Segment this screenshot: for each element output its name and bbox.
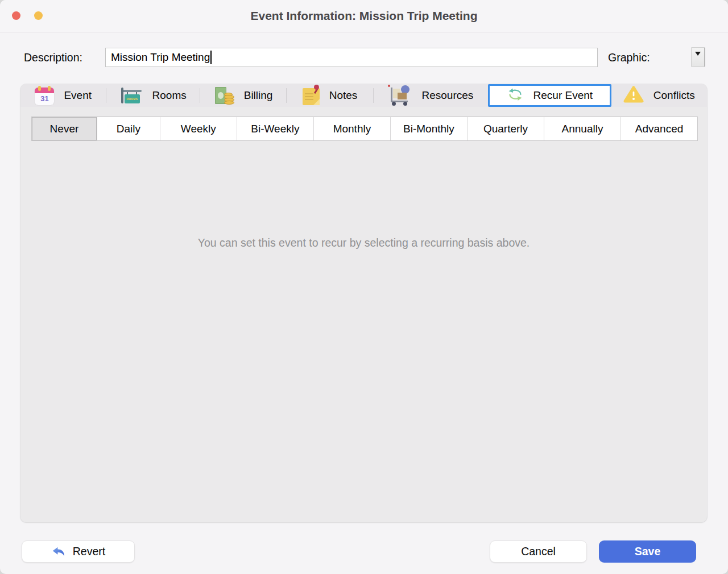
recurrence-tab-quarterly[interactable]: Quarterly [468, 117, 544, 140]
cancel-button[interactable]: Cancel [490, 540, 587, 563]
tab-rooms[interactable]: ROOMS Rooms [106, 84, 199, 107]
tab-conflicts[interactable]: Conflicts [611, 84, 707, 107]
tab-panel: 31 Event ROOMS Rooms Billing [20, 84, 707, 522]
rooms-sign-icon: ROOMS [120, 86, 143, 105]
text-caret [210, 51, 212, 64]
money-icon [214, 86, 234, 105]
description-label: Description: [24, 51, 82, 64]
sticky-note-icon [303, 88, 320, 105]
tab-label: Billing [244, 89, 273, 102]
revert-button[interactable]: Revert [22, 540, 135, 563]
recurrence-tab-bi-monthly[interactable]: Bi-Monthly [391, 117, 468, 140]
tab-event[interactable]: 31 Event [20, 84, 106, 107]
titlebar: Event Information: Mission Trip Meeting [0, 0, 728, 32]
save-label: Save [635, 545, 661, 558]
description-input[interactable]: Mission Trip Meeting [105, 48, 598, 67]
close-button[interactable] [12, 11, 20, 20]
description-value: Mission Trip Meeting [111, 51, 210, 64]
warning-icon [623, 85, 644, 106]
tab-notes[interactable]: Notes [287, 84, 373, 107]
window-title: Event Information: Mission Trip Meeting [0, 0, 728, 32]
tab-label: Notes [329, 89, 358, 102]
save-button[interactable]: Save [599, 540, 696, 563]
recurrence-tab-never[interactable]: Never [32, 117, 97, 140]
recurrence-tab-daily[interactable]: Daily [97, 117, 160, 140]
tab-billing[interactable]: Billing [200, 84, 286, 107]
tab-label: Resources [421, 89, 473, 102]
event-information-window: Event Information: Mission Trip Meeting … [0, 0, 728, 574]
tab-label: Event [64, 89, 92, 102]
recur-arrows-icon [507, 86, 524, 105]
recurrence-tab-weekly[interactable]: Weekly [160, 117, 237, 140]
tab-label: Rooms [152, 89, 187, 102]
recurrence-tab-bar: Never Daily Weekly Bi-Weekly Monthly Bi-… [31, 117, 698, 141]
tab-label: Recur Event [533, 89, 593, 102]
recurrence-hint-text: You can set this event to recur by selec… [20, 236, 707, 249]
tab-resources[interactable]: Resources [374, 84, 488, 107]
dropdown-arrow-icon [695, 52, 701, 56]
recurrence-tab-bi-weekly[interactable]: Bi-Weekly [237, 117, 314, 140]
recurrence-tab-annually[interactable]: Annually [544, 117, 621, 140]
revert-label: Revert [73, 545, 105, 558]
recurrence-tab-advanced[interactable]: Advanced [621, 117, 697, 140]
graphic-dropdown[interactable] [691, 47, 705, 67]
calendar-icon: 31 [35, 88, 54, 105]
recurrence-tab-monthly[interactable]: Monthly [314, 117, 391, 140]
tab-label: Conflicts [653, 89, 695, 102]
cart-icon [388, 85, 412, 106]
cancel-label: Cancel [521, 545, 556, 558]
graphic-label: Graphic: [608, 51, 650, 64]
minimize-button[interactable] [34, 11, 43, 20]
tab-bar: 31 Event ROOMS Rooms Billing [20, 84, 707, 107]
tab-recur-event[interactable]: Recur Event [488, 84, 611, 107]
revert-arrow-icon [51, 546, 66, 558]
